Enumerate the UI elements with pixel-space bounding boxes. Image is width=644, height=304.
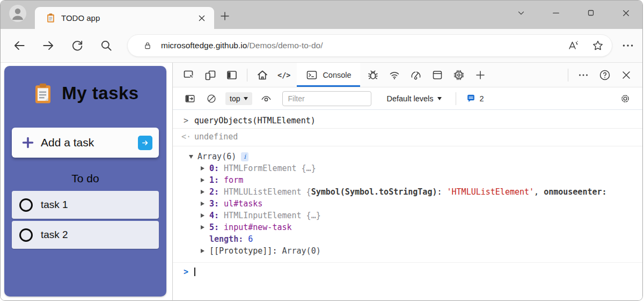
task-checkbox[interactable] [19,198,33,212]
console-settings-gear-icon[interactable] [619,93,631,105]
clear-console-icon[interactable] [206,93,217,105]
issues-counter[interactable]: 2 [466,93,484,103]
chevron-down-icon [244,97,248,100]
todo-app-panel: My tasks Add a task To do task 1 [4,66,166,296]
search-icon[interactable] [99,39,113,53]
disclosure-right-icon[interactable] [201,202,204,206]
console-row-tree[interactable]: Array(6)i [173,151,642,162]
window-close-icon[interactable] [618,6,634,20]
welcome-home-icon[interactable] [256,69,269,81]
url-host: microsoftedge.github.io [161,41,247,50]
todo-header: My tasks [4,82,166,105]
close-devtools-icon[interactable] [620,69,633,81]
window-controls [494,6,634,20]
navigation-bar: microsoftedge.github.io/Demos/demo-to-do… [1,29,642,62]
console-row-tree[interactable]: 5: input#new-task [173,221,642,233]
lock-icon[interactable] [143,41,152,50]
window-content: My tasks Add a task To do task 1 [1,62,642,301]
default-levels-dropdown[interactable]: Default levels [383,94,444,103]
debugger-bug-icon[interactable] [367,69,379,81]
add-task-submit-button[interactable] [138,136,152,150]
toolbar-divider [247,69,247,81]
console-text: Array(0) [282,246,320,256]
address-bar[interactable]: microsoftedge.github.io/Demos/demo-to-do… [127,34,612,57]
task-row[interactable]: task 2 [12,221,159,249]
source-code-icon[interactable]: </> [277,71,290,79]
tab-close-icon[interactable] [196,12,208,24]
add-tools-plus-icon[interactable] [474,69,487,81]
read-aloud-icon[interactable] [567,39,580,52]
console-text: 2: [209,187,224,197]
console-row-input: >queryObjects(HTMLElement) [173,113,642,129]
task-checkbox[interactable] [19,228,33,242]
console-text: 3: [209,199,224,209]
console-text: [[Prototype]] [209,246,272,256]
console-row-tree[interactable]: 3: ul#tasks [173,198,642,210]
console-text: i [241,152,248,161]
device-emulation-icon[interactable] [204,69,217,81]
console-row-tree[interactable]: 4: HTMLInputElement {…} [173,210,642,221]
application-window-icon[interactable] [431,69,444,81]
activity-bar-icon[interactable] [225,69,238,81]
return-value-icon: <· [181,131,191,143]
performance-gauge-icon[interactable] [409,69,422,81]
console-row-tree[interactable]: 2: HTMLUListElement {Symbol(Symbol.toStr… [173,186,642,198]
url-text[interactable]: microsoftedge.github.io/Demos/demo-to-do… [161,41,555,50]
console-text: Array(6) [197,152,236,161]
live-expression-eye-icon[interactable] [260,93,272,105]
prompt-chevron-icon: > [184,266,188,278]
clipboard-logo-icon [32,82,54,105]
more-tools-ellipsis-icon[interactable] [577,69,590,81]
devtools-toolbar: </> Console [173,63,642,87]
issues-count: 2 [480,94,484,103]
browser-tab[interactable]: TODO app [35,7,214,29]
tab-strip: TODO app [1,1,642,29]
disclosure-right-icon[interactable] [201,190,204,194]
filter-input[interactable] [282,91,371,106]
disclosure-right-icon[interactable] [201,178,204,182]
favorite-star-icon[interactable] [591,39,604,52]
console-row-tree[interactable]: length: 6 [173,233,642,245]
console-text: Symbol(Symbol.toStringTag) [311,187,437,197]
console-text: HTMLFormElement {…} [224,164,316,173]
console-row-tree[interactable]: [[Prototype]]: Array(0) [173,245,642,257]
tab-title: TODO app [61,13,196,23]
console-row-tree[interactable]: 1: form [173,174,642,186]
toolbar-divider [568,69,568,81]
settings-more-icon[interactable] [621,39,635,53]
minimize-icon[interactable] [548,6,564,20]
forward-icon[interactable] [41,39,55,53]
console-text: form [224,175,243,185]
context-label: top [230,94,240,103]
window-menu-chevron-icon[interactable] [513,6,529,20]
console-text: ul#tasks [224,199,262,209]
memory-chip-icon[interactable] [452,69,465,81]
javascript-context-selector[interactable]: top [225,92,252,105]
profile-avatar[interactable] [9,5,26,22]
disclosure-right-icon[interactable] [201,249,204,253]
tab-console[interactable]: Console [297,63,360,87]
disclosure-right-icon[interactable] [201,166,204,170]
disclosure-right-icon[interactable] [201,213,204,218]
task-label: task 1 [41,199,68,211]
refresh-icon[interactable] [70,39,84,53]
tab-console-label: Console [323,71,351,79]
disclosure-down-icon[interactable] [189,155,193,159]
console-sidebar-toggle-icon[interactable] [184,93,196,105]
console-row-tree[interactable]: 0: HTMLFormElement {…} [173,162,642,174]
help-icon[interactable] [598,69,611,81]
disclosure-right-icon[interactable] [201,225,204,229]
add-task-label: Add a task [41,136,138,149]
task-row[interactable]: task 1 [12,191,159,219]
console-text: : [437,187,447,197]
inspect-icon[interactable] [182,69,195,81]
console-text: HTMLInputElement {…} [224,211,321,220]
network-wifi-icon[interactable] [388,69,401,81]
console-text: 0: [209,164,224,173]
maximize-icon[interactable] [583,6,599,20]
new-tab-icon[interactable] [218,10,231,23]
console-output[interactable]: >queryObjects(HTMLElement)<·undefinedArr… [173,110,642,301]
back-icon[interactable] [12,39,26,53]
add-task-field[interactable]: Add a task [12,128,159,158]
browser-window: TODO app [0,0,643,301]
